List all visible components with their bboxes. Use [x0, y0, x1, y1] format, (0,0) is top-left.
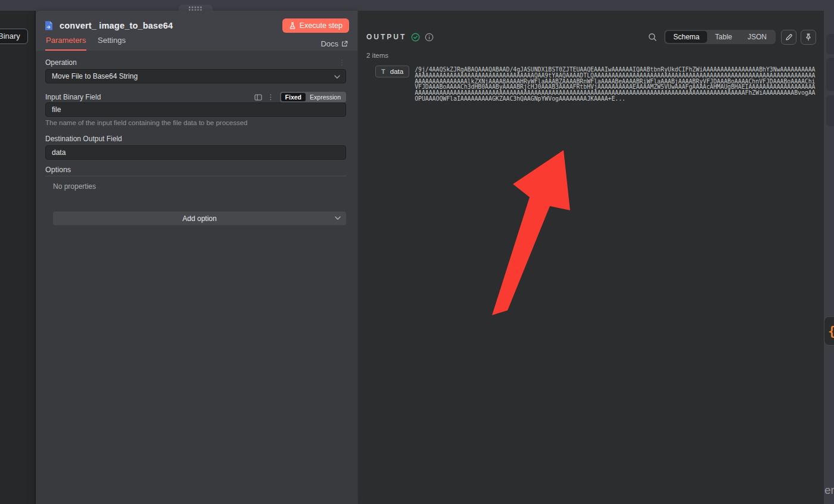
operation-label: Operation [45, 58, 77, 67]
toggle-fixed[interactable]: Fixed [281, 93, 306, 101]
field-menu-icon[interactable]: ⋮ [267, 94, 275, 101]
operation-select[interactable]: Move File to Base64 String [45, 69, 346, 83]
node-panel-header: convert_ image_to_base64 Execute step Pa… [36, 11, 357, 51]
destination-label: Destination Output Field [45, 135, 122, 143]
tab-table[interactable]: Table [707, 31, 740, 43]
input-binary-field[interactable] [45, 102, 346, 117]
schema-preview-toggle[interactable]: { [824, 316, 834, 346]
execute-step-button[interactable]: Execute step [282, 18, 349, 33]
pin-data-button[interactable] [801, 30, 816, 45]
add-option-label: Add option [182, 214, 216, 223]
output-panel: OUTPUT Schema Table JSON [358, 11, 824, 504]
options-divider [45, 176, 346, 176]
schema-row: T data /9j/4AAQSkZJRgABAQAAAQABAAD/4gJAS… [375, 66, 817, 102]
schema-field-name: data [390, 68, 403, 75]
edit-output-button[interactable] [781, 30, 796, 45]
split-pane-icon[interactable] [254, 94, 262, 101]
search-icon[interactable] [648, 33, 657, 42]
string-type-icon: T [381, 68, 385, 75]
tab-parameters[interactable]: Parameters [45, 34, 86, 51]
node-panel-tabs: Parameters Settings Docs [45, 34, 348, 51]
info-icon[interactable] [425, 33, 434, 42]
input-binary-help: The name of the input field containing t… [45, 119, 247, 126]
chevron-down-icon [335, 216, 341, 220]
node-file-icon [43, 20, 54, 31]
canvas-edge-button [826, 95, 834, 126]
output-view-tabs: Schema Table JSON [664, 30, 776, 44]
input-binary-tab[interactable]: Binary [0, 29, 28, 44]
flask-icon [289, 22, 296, 30]
execute-step-label: Execute step [300, 21, 343, 30]
schema-field-pill[interactable]: T data [375, 66, 409, 77]
output-title: OUTPUT [366, 33, 406, 41]
options-section-title: Options [45, 166, 71, 174]
canvas-edge-button [826, 34, 834, 54]
operation-value: Move File to Base64 String [52, 72, 138, 80]
destination-field[interactable] [45, 145, 346, 160]
tab-settings[interactable]: Settings [97, 34, 126, 51]
pin-icon [805, 33, 812, 41]
canvas-partial-text: er [824, 484, 834, 497]
node-settings-panel: convert_ image_to_base64 Execute step Pa… [36, 11, 357, 504]
options-empty-text: No properties [53, 182, 96, 191]
pencil-icon [785, 33, 793, 41]
toggle-expression[interactable]: Expression [306, 93, 345, 101]
tab-schema[interactable]: Schema [665, 31, 707, 43]
output-items-count: 2 items [366, 52, 388, 59]
external-link-icon [341, 41, 348, 47]
brace-icon: { [828, 324, 834, 338]
docs-link[interactable]: Docs [320, 39, 348, 48]
node-title: convert_ image_to_base64 [60, 21, 173, 30]
add-option-button[interactable]: Add option [53, 211, 346, 225]
canvas-edge-button [826, 58, 834, 91]
input-binary-label: Input Binary Field [45, 93, 101, 101]
chevron-down-icon [334, 75, 340, 79]
docs-label: Docs [320, 39, 338, 48]
tab-json[interactable]: JSON [740, 31, 774, 43]
success-check-icon [411, 33, 420, 42]
input-panel-collapsed: Binary [0, 11, 36, 504]
operation-menu-icon[interactable]: ⋮ [338, 59, 346, 66]
fixed-expression-toggle: Fixed Expression [280, 92, 346, 102]
schema-field-value: /9j/4AAQSkZJRgABAQAAAQABAAD/4gJASUNDX1BS… [415, 67, 817, 102]
